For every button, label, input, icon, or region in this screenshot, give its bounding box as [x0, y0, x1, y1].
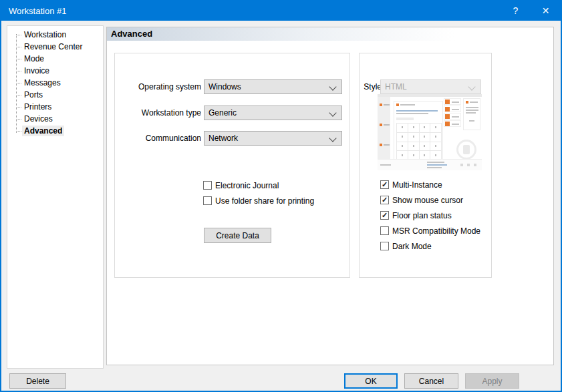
- preview-info-card: [463, 98, 480, 130]
- checkbox-label: Floor plan status: [392, 211, 452, 220]
- operating-system-value: Windows: [208, 82, 241, 91]
- style-settings-group: Style HTML: [359, 53, 492, 278]
- sidebar-item-messages[interactable]: Messages: [7, 77, 103, 89]
- checkbox-label: Dark Mode: [392, 242, 432, 251]
- communication-value: Network: [208, 134, 238, 143]
- communication-select[interactable]: Network: [204, 131, 342, 146]
- sidebar-item-mode[interactable]: Mode: [7, 53, 103, 65]
- checkbox-show-mouse-cursor[interactable]: ✓ Show mouse cursor: [380, 195, 463, 205]
- checkbox-box: ✓: [380, 211, 389, 220]
- preview-action-button: [444, 98, 461, 105]
- checkbox-box: [203, 181, 212, 190]
- window-title: Workstation #1: [9, 1, 66, 21]
- sidebar-item-printers[interactable]: Printers: [7, 101, 103, 113]
- style-value: HTML: [385, 82, 407, 91]
- checkbox-dark-mode[interactable]: Dark Mode: [380, 241, 432, 251]
- checkbox-electronic-journal[interactable]: Electronic Journal: [203, 180, 279, 190]
- sidebar-item-invoice[interactable]: Invoice: [7, 65, 103, 77]
- communication-label: Communication: [115, 131, 201, 146]
- checkbox-label: MSR Compatibility Mode: [392, 226, 480, 236]
- chevron-down-icon: [329, 109, 336, 116]
- sidebar-item-ports[interactable]: Ports: [7, 89, 103, 101]
- page-title: Advanced: [107, 27, 553, 41]
- checkbox-msr-compatibility-mode[interactable]: MSR Compatibility Mode: [380, 226, 480, 236]
- cancel-button[interactable]: Cancel: [404, 373, 458, 389]
- settings-tree: Workstation Revenue Center Mode Invoice …: [7, 25, 104, 369]
- close-icon: ✕: [542, 5, 550, 16]
- checkbox-label: Multi-Instance: [392, 180, 442, 190]
- style-preview-image: [378, 94, 482, 170]
- close-button[interactable]: ✕: [531, 1, 561, 21]
- workstation-type-label: Workstation type: [115, 106, 201, 120]
- preview-topbar: [378, 94, 482, 97]
- titlebar: Workstation #1 ? ✕: [1, 1, 561, 21]
- preview-statusbar: [378, 159, 482, 170]
- operating-system-label: Operating system: [115, 79, 201, 94]
- sidebar-item-revenue-center[interactable]: Revenue Center: [7, 41, 103, 53]
- delete-button[interactable]: Delete: [9, 373, 66, 389]
- checkbox-multi-instance[interactable]: ✓ Multi-Instance: [380, 180, 442, 190]
- checkbox-use-folder-share[interactable]: Use folder share for printing: [203, 196, 314, 206]
- checkbox-box: ✓: [380, 180, 389, 189]
- preview-keypad-card: [394, 101, 443, 162]
- workstation-type-select[interactable]: Generic: [204, 106, 342, 120]
- checkbox-box: [380, 242, 389, 250]
- chevron-down-icon: [468, 83, 475, 90]
- style-label: Style: [295, 79, 382, 94]
- help-icon: ?: [513, 5, 519, 16]
- workstation-dialog: Workstation #1 ? ✕ Workstation Revenue C…: [0, 0, 562, 392]
- checkbox-box: ✓: [380, 196, 389, 204]
- preview-action-button: [444, 106, 461, 112]
- create-data-button[interactable]: Create Data: [204, 228, 271, 243]
- checkbox-box: [203, 196, 212, 205]
- help-button[interactable]: ?: [501, 1, 531, 21]
- preview-watermark-icon: [456, 140, 476, 160]
- checkbox-label: Electronic Journal: [215, 181, 279, 190]
- chevron-down-icon: [329, 134, 336, 142]
- sidebar-item-devices[interactable]: Devices: [7, 113, 103, 125]
- checkbox-label: Use folder share for printing: [215, 196, 314, 206]
- workstation-type-value: Generic: [208, 108, 237, 118]
- style-select[interactable]: HTML: [380, 79, 481, 94]
- preview-numpad-grid: [396, 123, 442, 160]
- checkbox-label: Show mouse cursor: [392, 196, 463, 205]
- checkbox-floor-plan-status[interactable]: ✓ Floor plan status: [380, 210, 452, 220]
- checkbox-box: [380, 226, 389, 235]
- sidebar-item-workstation[interactable]: Workstation: [7, 29, 103, 41]
- preview-action-button: [444, 120, 461, 127]
- ok-button[interactable]: OK: [344, 373, 398, 389]
- sidebar-item-advanced[interactable]: Advanced: [7, 125, 103, 137]
- apply-button[interactable]: Apply: [465, 373, 519, 389]
- preview-action-button: [444, 113, 461, 120]
- main-panel: Advanced Operating system Windows Workst…: [106, 27, 554, 365]
